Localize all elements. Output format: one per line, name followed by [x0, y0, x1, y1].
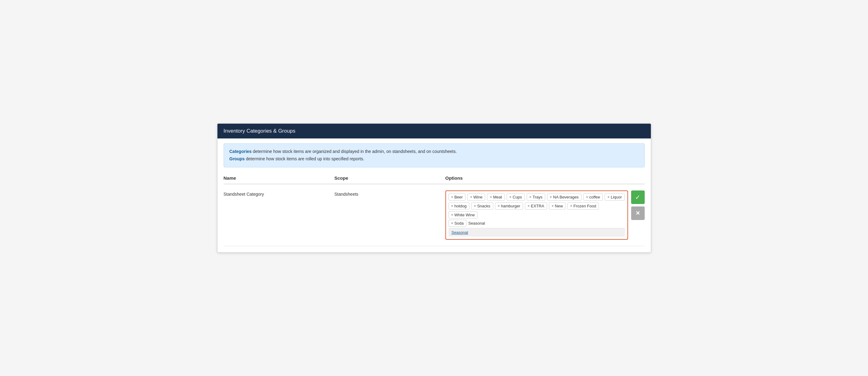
tag-soda-remove[interactable]: × — [451, 221, 453, 225]
tag-snacks: ×Snacks — [471, 202, 493, 209]
tag-beer: ×Beer — [448, 194, 466, 201]
tag-coffee: ×coffee — [583, 194, 603, 201]
info-banner: Categories determine how stock items are… — [224, 143, 645, 167]
groups-label: Groups — [229, 156, 245, 161]
tag-trays-remove[interactable]: × — [529, 195, 531, 199]
groups-text: determine how stock items are rolled up … — [245, 156, 364, 161]
tag-liquor: ×Liquor — [604, 194, 625, 201]
column-header-name: Name — [224, 175, 335, 181]
tag-label: Frozen Food — [574, 204, 596, 208]
cell-name: Standsheet Category — [224, 191, 335, 197]
tags-container[interactable]: ×Beer×Wine×Meat×Cups×Trays×NA Beverages×… — [445, 191, 628, 240]
column-header-scope: Scope — [335, 175, 445, 181]
tag-white-wine: ×White Wine — [448, 211, 478, 218]
tag-label: Wine — [473, 195, 483, 199]
tag-na-beverages: ×NA Beverages — [547, 194, 582, 201]
page-header: Inventory Categories & Groups — [217, 124, 651, 138]
checkmark-icon: ✓ — [635, 194, 640, 201]
tag-beer-remove[interactable]: × — [451, 195, 453, 199]
tag-label: hotdog — [454, 204, 467, 208]
tag-label: Trays — [533, 195, 542, 199]
tag-label: Snacks — [477, 204, 490, 208]
tag-hamburger-remove[interactable]: × — [498, 204, 500, 208]
tag-hotdog-remove[interactable]: × — [451, 204, 453, 208]
table-section: Name Scope Options Standsheet Category S… — [224, 172, 645, 246]
tag-label: Beer — [454, 195, 463, 199]
tag-extra-remove[interactable]: × — [528, 204, 529, 208]
tags-rows: ×Beer×Wine×Meat×Cups×Trays×NA Beverages×… — [448, 194, 625, 218]
categories-label: Categories — [229, 149, 252, 154]
tag-liquor-remove[interactable]: × — [608, 195, 609, 199]
tag-coffee-remove[interactable]: × — [586, 195, 588, 199]
tag-new-remove[interactable]: × — [552, 204, 554, 208]
tag-new: ×New — [549, 202, 565, 209]
table-header: Name Scope Options — [224, 172, 645, 184]
tag-meat-remove[interactable]: × — [490, 195, 492, 199]
tag-cups: ×Cups — [507, 194, 525, 201]
tag-frozen-food: ×Frozen Food — [567, 202, 599, 209]
tag-extra: ×EXTRA — [525, 202, 547, 209]
tag-trays: ×Trays — [527, 194, 545, 201]
tag-label: White Wine — [454, 213, 475, 217]
tag-wine-remove[interactable]: × — [470, 195, 472, 199]
tag-label: NA Beverages — [553, 195, 579, 199]
tag-snacks-remove[interactable]: × — [474, 204, 476, 208]
tag-input-wrapper — [468, 220, 493, 226]
dropdown-suggestion[interactable]: Seasonal — [448, 228, 625, 237]
tag-hotdog: ×hotdog — [448, 202, 469, 209]
table-row: Standsheet Category Standsheets ×Beer×Wi… — [224, 184, 645, 246]
cell-scope: Standsheets — [335, 191, 445, 197]
action-buttons: ✓ ✕ — [631, 191, 645, 220]
tag-wine: ×Wine — [467, 194, 485, 201]
tag-cups-remove[interactable]: × — [509, 195, 511, 199]
tag-na beverages-remove[interactable]: × — [550, 195, 552, 199]
column-header-options: Options — [445, 175, 645, 181]
tag-label: EXTRA — [531, 204, 544, 208]
tag-label: coffee — [589, 195, 600, 199]
tag-label: Meat — [493, 195, 502, 199]
cell-options: ×Beer×Wine×Meat×Cups×Trays×NA Beverages×… — [445, 191, 645, 240]
tag-label: New — [555, 204, 563, 208]
tag-soda-label: Soda — [454, 221, 464, 226]
page-title: Inventory Categories & Groups — [224, 128, 296, 134]
cancel-button[interactable]: ✕ — [631, 206, 645, 220]
close-icon: ✕ — [636, 210, 640, 217]
categories-text: determine how stock items are organized … — [252, 149, 457, 154]
tag-label: hamburger — [501, 204, 520, 208]
page-container: Inventory Categories & Groups Categories… — [217, 124, 651, 252]
tag-label: Liquor — [611, 195, 622, 199]
tag-frozen food-remove[interactable]: × — [570, 204, 572, 208]
tag-hamburger: ×hamburger — [495, 202, 523, 209]
tag-white wine-remove[interactable]: × — [451, 213, 453, 217]
tag-label: Cups — [513, 195, 522, 199]
tag-soda: × Soda — [448, 220, 467, 227]
confirm-button[interactable]: ✓ — [631, 191, 645, 204]
tag-search-input[interactable] — [468, 221, 493, 226]
tag-input-row: × Soda — [448, 220, 625, 227]
tag-meat: ×Meat — [487, 194, 504, 201]
